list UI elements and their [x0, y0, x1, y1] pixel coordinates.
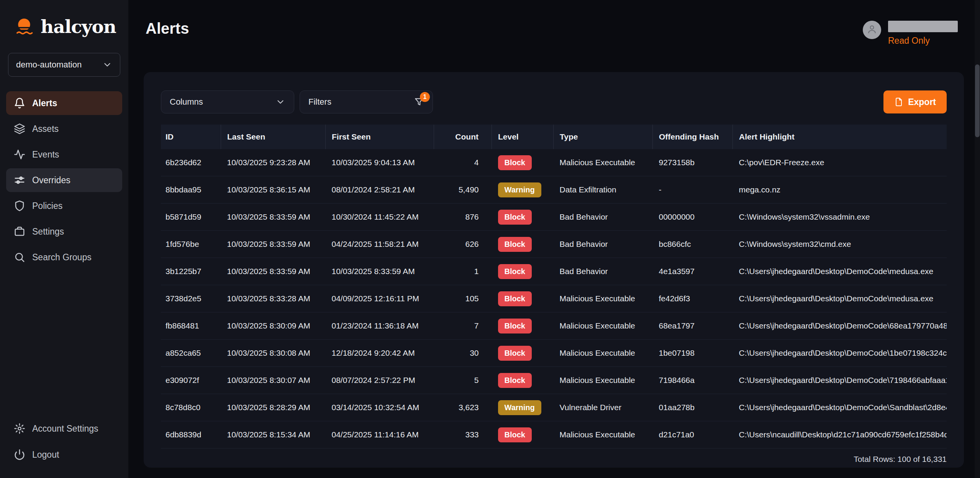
shield-icon	[14, 200, 25, 212]
table-row[interactable]: a852ca6510/03/2025 8:30:08 AM12/18/2024 …	[161, 340, 947, 367]
cell-id: 6b236d62	[161, 149, 221, 176]
person-icon	[867, 24, 877, 36]
page-scrollbar-thumb[interactable]	[975, 64, 980, 137]
sidebar-item-search-groups[interactable]: Search Groups	[6, 245, 122, 269]
cell-first_seen: 08/01/2024 2:58:21 AM	[326, 176, 434, 204]
sidebar-item-settings[interactable]: Settings	[6, 220, 122, 243]
table-row[interactable]: 1fd576be10/03/2025 8:33:59 AM04/24/2025 …	[161, 231, 947, 258]
cell-id: 8c78d8c0	[161, 394, 221, 421]
cell-count: 5,490	[434, 176, 492, 204]
sidebar-item-label: Assets	[32, 124, 59, 134]
sliders-icon	[14, 174, 25, 186]
page-title: Alerts	[146, 20, 189, 37]
cell-count: 876	[434, 204, 492, 231]
cell-highlight: C:\pov\EDR-Freeze.exe	[733, 149, 947, 176]
cell-id: 3b1225b7	[161, 258, 221, 285]
column-header-level[interactable]: Level	[492, 125, 554, 149]
cell-type: Vulnerable Driver	[554, 394, 653, 421]
cell-count: 105	[434, 285, 492, 312]
column-header-first_seen[interactable]: First Seen	[326, 125, 434, 149]
export-button[interactable]: Export	[883, 90, 947, 113]
user-area: Read Only	[863, 21, 958, 46]
sidebar-item-alerts[interactable]: Alerts	[6, 91, 122, 115]
cell-count: 4	[434, 149, 492, 176]
level-badge: Warning	[498, 182, 541, 197]
layers-icon	[14, 123, 25, 135]
cell-highlight: C:\Users\jhedegaard\Desktop\DemoCode\med…	[733, 285, 947, 312]
table-row[interactable]: e309072f10/03/2025 8:30:07 AM08/07/2024 …	[161, 367, 947, 394]
column-header-hash[interactable]: Offending Hash	[653, 125, 733, 149]
cell-level: Warning	[492, 176, 554, 204]
brand-wordmark: halcyon	[41, 16, 116, 37]
cell-last_seen: 10/03/2025 8:30:09 AM	[221, 312, 326, 340]
cell-hash: 4e1a3597	[653, 258, 733, 285]
cell-last_seen: 10/03/2025 8:33:59 AM	[221, 204, 326, 231]
cell-id: a852ca65	[161, 340, 221, 367]
sidebar-item-events[interactable]: Events	[6, 143, 122, 166]
cell-type: Malicious Executable	[554, 149, 653, 176]
table-row[interactable]: 3b1225b710/03/2025 8:33:59 AM10/03/2025 …	[161, 258, 947, 285]
sidebar-item-policies[interactable]: Policies	[6, 194, 122, 218]
cell-first_seen: 12/18/2024 9:20:42 AM	[326, 340, 434, 367]
sidebar-item-overrides[interactable]: Overrides	[6, 168, 122, 192]
cell-level: Block	[492, 149, 554, 176]
level-badge: Block	[498, 237, 532, 252]
table-toolbar: Columns Filters 1 Export	[161, 90, 947, 113]
level-badge: Block	[498, 427, 532, 442]
org-selector-dropdown[interactable]: demo-automation	[8, 53, 120, 77]
cell-count: 5	[434, 367, 492, 394]
column-header-highlight[interactable]: Alert Highlight	[733, 125, 947, 149]
chevron-down-icon	[102, 60, 112, 70]
cell-last_seen: 10/03/2025 8:33:28 AM	[221, 285, 326, 312]
chevron-down-icon	[275, 97, 285, 107]
cell-id: 6db8839d	[161, 421, 221, 448]
cell-first_seen: 04/24/2025 11:58:21 AM	[326, 231, 434, 258]
cell-count: 30	[434, 340, 492, 367]
cell-last_seen: 10/03/2025 8:30:07 AM	[221, 367, 326, 394]
cell-id: e309072f	[161, 367, 221, 394]
columns-dropdown[interactable]: Columns	[161, 90, 294, 113]
column-header-id[interactable]: ID	[161, 125, 221, 149]
user-avatar[interactable]	[863, 21, 881, 39]
activity-icon	[14, 149, 25, 160]
table-row[interactable]: 6b236d6210/03/2025 9:23:28 AM10/03/2025 …	[161, 149, 947, 176]
sidebar-item-assets[interactable]: Assets	[6, 117, 122, 141]
cell-hash: -	[653, 176, 733, 204]
cell-highlight: C:\Users\jhedegaard\Desktop\DemoCode\719…	[733, 367, 947, 394]
cell-last_seen: 10/03/2025 8:36:15 AM	[221, 176, 326, 204]
sidebar-item-logout[interactable]: Logout	[6, 443, 122, 467]
cell-highlight: C:\Windows\system32\vssadmin.exe	[733, 204, 947, 231]
cell-hash: fe42d6f3	[653, 285, 733, 312]
cell-highlight: C:\Windows\system32\cmd.exe	[733, 231, 947, 258]
table-row[interactable]: 8bbdaa9510/03/2025 8:36:15 AM08/01/2024 …	[161, 176, 947, 204]
table-row[interactable]: b5871d5910/03/2025 8:33:59 AM10/30/2024 …	[161, 204, 947, 231]
filter-count-badge: 1	[420, 92, 430, 102]
cell-first_seen: 01/23/2024 11:36:18 AM	[326, 312, 434, 340]
table-row[interactable]: fb86848110/03/2025 8:30:09 AM01/23/2024 …	[161, 312, 947, 340]
cell-type: Bad Behavior	[554, 204, 653, 231]
table-row[interactable]: 3738d2e510/03/2025 8:33:28 AM04/09/2025 …	[161, 285, 947, 312]
column-header-count[interactable]: Count	[434, 125, 492, 149]
sidebar-item-label: Settings	[32, 227, 64, 237]
cell-hash: 7198466a	[653, 367, 733, 394]
column-header-type[interactable]: Type	[554, 125, 653, 149]
column-header-last_seen[interactable]: Last Seen	[221, 125, 326, 149]
table-row[interactable]: 6db8839d10/03/2025 8:15:34 AM04/25/2025 …	[161, 421, 947, 448]
sidebar-item-account-settings[interactable]: Account Settings	[6, 417, 122, 440]
cell-first_seen: 04/09/2025 12:16:11 PM	[326, 285, 434, 312]
table-row[interactable]: 8c78d8c010/03/2025 8:28:29 AM03/14/2025 …	[161, 394, 947, 421]
bell-icon	[14, 97, 25, 109]
export-button-label: Export	[908, 97, 936, 107]
cell-type: Bad Behavior	[554, 258, 653, 285]
power-icon	[14, 449, 25, 460]
cell-count: 1	[434, 258, 492, 285]
filters-dropdown[interactable]: Filters 1	[300, 90, 433, 113]
cell-type: Malicious Executable	[554, 367, 653, 394]
cell-type: Malicious Executable	[554, 312, 653, 340]
alerts-table: IDLast SeenFirst SeenCountLevelTypeOffen…	[161, 125, 947, 448]
cell-first_seen: 03/14/2025 10:32:54 AM	[326, 394, 434, 421]
cell-type: Malicious Executable	[554, 285, 653, 312]
search-icon	[14, 251, 25, 263]
sidebar-footer-nav: Account SettingsLogout	[0, 417, 128, 478]
funnel-icon: 1	[414, 97, 424, 107]
